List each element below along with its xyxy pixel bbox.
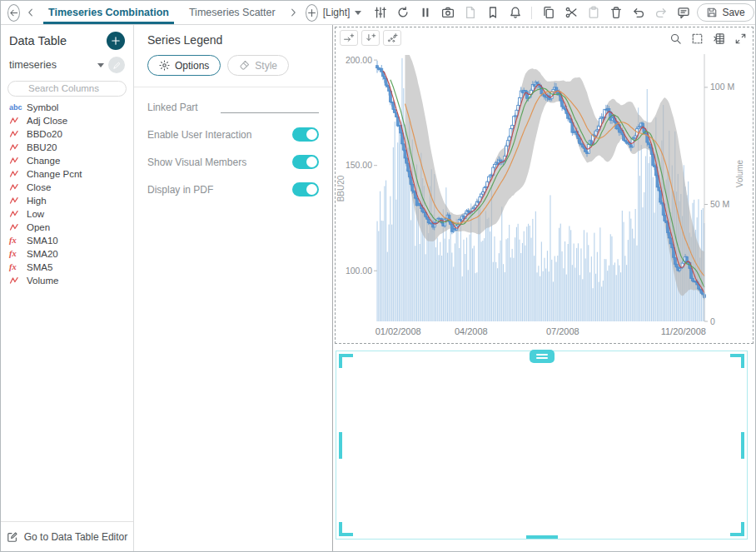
app-window: Timeseries Combination Timeseries Scatte… [0,0,756,552]
add-column-button[interactable] [340,30,358,46]
column-item-sma10[interactable]: fxSMA10 [1,234,133,247]
options-tab-button[interactable]: Options [147,55,221,76]
column-item-change-pcnt[interactable]: Change Pcnt [1,167,133,181]
add-dashboard-button[interactable] [306,4,318,22]
linked-part-label: Linked Part [147,101,198,114]
parameters-button[interactable] [372,5,388,21]
numeric-column-icon [9,182,19,192]
add-row-button[interactable] [361,30,380,46]
alerts-button[interactable] [507,5,523,21]
svg-text:0: 0 [710,316,715,326]
theme-selector[interactable]: [Light] [323,7,362,18]
svg-text:11/20/2008: 11/20/2008 [661,326,706,336]
undo-button[interactable] [630,5,646,21]
tabs-scroll-right[interactable] [287,7,299,18]
part-resize-handle-left[interactable] [339,432,342,459]
go-to-data-table-editor-label: Go to Data Table Editor [24,531,128,543]
refresh-button[interactable] [395,5,410,21]
column-label: Symbol [27,102,58,112]
svg-text:100.00: 100.00 [346,266,372,276]
snapshot-button[interactable] [440,5,455,21]
column-label: Change [27,156,60,166]
rubber-band-select-button[interactable] [691,32,704,45]
display-in-pdf-toggle[interactable] [292,182,319,196]
redo-button [653,5,669,21]
comment-icon [677,6,690,19]
search-columns-input[interactable] [7,81,127,97]
numeric-column-icon [9,156,19,166]
part-resize-handle-right[interactable] [741,432,744,459]
bookmark-icon [486,6,500,19]
cut-button[interactable] [563,5,579,21]
column-item-symbol[interactable]: abcSymbol [1,101,133,114]
column-item-bbdo20[interactable]: BBDo20 [1,127,133,141]
pause-updates-button[interactable] [417,5,433,21]
part-resize-handle-bottom[interactable] [526,535,558,539]
bookmarks-button[interactable] [485,5,500,21]
copy-button[interactable] [540,5,556,21]
add-visualization-button[interactable] [383,30,401,46]
comments-button[interactable] [675,5,691,21]
selection-corner-icon [339,354,353,368]
timeseries-chart-part[interactable]: 100.00150.00200.00050 M100 M01/02/200804… [335,27,754,344]
column-item-sma20[interactable]: fxSMA20 [1,247,133,261]
floppy-icon [706,7,718,18]
caret-down-icon[interactable] [97,63,104,67]
svg-text:01/02/2008: 01/02/2008 [376,326,421,336]
tab-timeseries-combination[interactable]: Timeseries Combination [38,1,179,24]
enable-user-interaction-label: Enable User Interaction [147,128,251,142]
tab-timeseries-scatter[interactable]: Timeseries Scatter [179,1,286,24]
svg-text:150.00: 150.00 [346,160,372,170]
style-tab-button[interactable]: Style [227,55,289,76]
scissors-icon [565,6,578,19]
export-pdf-button [462,5,478,21]
plus-icon [110,35,122,47]
pencil-square-icon [7,531,18,543]
numeric-column-icon [9,209,19,219]
timeseries-combination-chart[interactable]: 100.00150.00200.00050 M100 M01/02/200804… [336,27,755,343]
column-item-sma5[interactable]: fxSMA5 [1,261,133,274]
column-item-close[interactable]: Close [1,181,133,194]
numeric-column-icon [9,196,19,206]
column-item-change[interactable]: Change [1,154,133,167]
column-label: Close [27,182,51,192]
maximize-button[interactable] [734,32,747,45]
linked-part-input[interactable] [221,102,319,113]
add-data-table-button[interactable] [107,32,125,50]
data-table-select[interactable]: timeseries [9,59,93,71]
gear-icon [159,60,170,71]
plus-icon [306,7,317,18]
redo-icon [654,6,668,19]
numeric-column-icon [9,169,19,179]
selection-corner-icon [730,354,744,368]
column-item-high[interactable]: High [1,194,133,207]
zoom-button[interactable] [669,32,682,45]
go-to-data-table-editor-button[interactable]: Go to Data Table Editor [1,521,133,551]
enable-user-interaction-toggle[interactable] [292,127,319,142]
arrow-down-plus-icon [365,32,376,44]
calculated-column-icon: fx [9,249,17,258]
series-legend-part[interactable] [336,351,748,540]
column-item-adj-close[interactable]: Adj Close [1,114,133,127]
edit-data-table-button[interactable] [108,57,125,73]
column-label: Change Pcnt [27,169,82,179]
column-item-bbu20[interactable]: BBU20 [1,141,133,154]
back-button[interactable] [7,4,20,22]
part-drag-handle[interactable] [530,350,555,363]
settings-panel-title: Series Legend [147,25,319,55]
svg-text:100 M: 100 M [710,82,734,92]
arrow-left-icon [8,7,19,18]
svg-text:07/2008: 07/2008 [546,326,579,336]
column-item-low[interactable]: Low [1,207,133,221]
numeric-column-icon [9,129,19,139]
copy-icon [542,6,555,19]
save-button[interactable]: Save [697,3,754,22]
clipboard-icon [587,6,600,19]
show-visual-members-toggle[interactable] [292,155,319,169]
column-item-volume[interactable]: Volume [1,274,133,287]
column-item-open[interactable]: Open [1,221,133,234]
column-label: Low [27,209,44,219]
tabs-scroll-left[interactable] [25,7,37,18]
delete-button[interactable] [608,5,624,21]
export-excel-button[interactable] [713,32,725,45]
